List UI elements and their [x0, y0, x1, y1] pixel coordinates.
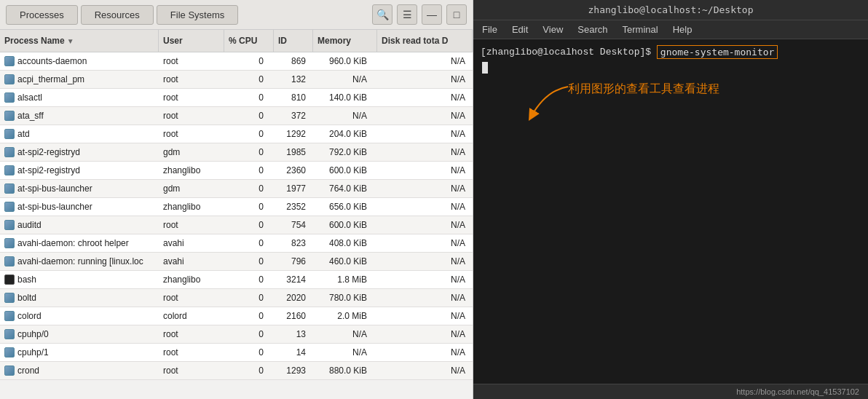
proc-memory: 792.0 KiB [313, 143, 377, 161]
proc-user: root [159, 125, 224, 143]
proc-disk: N/A [377, 162, 473, 179]
table-row[interactable]: avahi-daemon: chroot helper avahi 0 823 … [0, 234, 473, 253]
table-row[interactable]: crond root 0 1293 880.0 KiB N/A [0, 362, 473, 380]
proc-name: bash [0, 271, 159, 288]
gear-icon [4, 56, 15, 66]
proc-user: root [159, 52, 224, 70]
table-row[interactable]: acpi_thermal_pm root 0 132 N/A N/A [0, 71, 473, 89]
proc-user: zhanglibo [159, 198, 224, 216]
proc-disk: N/A [377, 253, 473, 270]
tab-filesystems[interactable]: File Systems [157, 5, 238, 25]
proc-cpu: 0 [224, 125, 274, 143]
gear-icon [4, 311, 15, 321]
table-row[interactable]: cpuhp/1 root 0 14 N/A N/A [0, 344, 473, 362]
proc-cpu: 0 [224, 289, 274, 307]
proc-memory: 656.0 KiB [313, 198, 377, 216]
proc-disk: N/A [377, 325, 473, 343]
table-row[interactable]: bash zhanglibo 0 3214 1.8 MiB N/A [0, 271, 473, 289]
col-user[interactable]: User [159, 30, 224, 52]
menu-icon[interactable]: ☰ [397, 4, 417, 25]
table-row[interactable]: atd root 0 1292 204.0 KiB N/A [0, 125, 473, 143]
proc-user: avahi [159, 234, 224, 252]
gear-icon [4, 111, 15, 121]
terminal-panel: zhanglibo@localhost:~/Desktop FileEditVi… [473, 0, 868, 399]
table-row[interactable]: colord colord 0 2160 2.0 MiB N/A [0, 307, 473, 325]
proc-user: root [159, 89, 224, 106]
search-icon[interactable]: 🔍 [372, 4, 392, 25]
proc-name: at-spi-bus-launcher [0, 180, 159, 197]
proc-name: cpuhp/1 [0, 344, 159, 361]
table-row[interactable]: avahi-daemon: running [linux.loc avahi 0… [0, 253, 473, 271]
tab-processes[interactable]: Processes [6, 5, 78, 25]
proc-cpu: 0 [224, 107, 274, 125]
proc-name: ata_sff [0, 107, 159, 125]
minimize-icon[interactable]: — [422, 4, 442, 25]
proc-user: root [159, 325, 224, 343]
tab-resources[interactable]: Resources [81, 5, 154, 25]
table-row[interactable]: alsactl root 0 810 140.0 KiB N/A [0, 89, 473, 107]
proc-disk: N/A [377, 234, 473, 252]
menu-item-file[interactable]: File [479, 23, 500, 36]
proc-memory: 960.0 KiB [313, 52, 377, 70]
proc-disk: N/A [377, 271, 473, 288]
menu-item-view[interactable]: View [540, 23, 566, 36]
table-row[interactable]: cpuhp/0 root 0 13 N/A N/A [0, 325, 473, 344]
proc-user: gdm [159, 143, 224, 161]
proc-id: 869 [274, 52, 313, 70]
menu-item-help[interactable]: Help [670, 23, 695, 36]
proc-cpu: 0 [224, 307, 274, 325]
proc-id: 810 [274, 89, 313, 106]
system-monitor-panel: Processes Resources File Systems 🔍 ☰ — □… [0, 0, 473, 399]
proc-memory: 780.0 KiB [313, 289, 377, 307]
table-row[interactable]: auditd root 0 754 600.0 KiB N/A [0, 216, 473, 234]
proc-memory: 204.0 KiB [313, 125, 377, 143]
proc-disk: N/A [377, 216, 473, 234]
table-row[interactable]: at-spi2-registryd zhanglibo 0 2360 600.0… [0, 162, 473, 180]
proc-disk: N/A [377, 52, 473, 70]
gear-icon [4, 366, 15, 376]
proc-id: 1293 [274, 362, 313, 379]
proc-memory: 460.0 KiB [313, 253, 377, 270]
proc-memory: N/A [313, 325, 377, 343]
terminal-titlebar: zhanglibo@localhost:~/Desktop [473, 0, 868, 20]
proc-id: 754 [274, 216, 313, 234]
proc-user: root [159, 216, 224, 234]
gear-icon [4, 183, 15, 194]
proc-name: acpi_thermal_pm [0, 71, 159, 88]
menu-item-terminal[interactable]: Terminal [620, 23, 661, 36]
proc-cpu: 0 [224, 180, 274, 197]
proc-cpu: 0 [224, 89, 274, 106]
proc-user: root [159, 71, 224, 88]
proc-memory: 880.0 KiB [313, 362, 377, 379]
gear-icon [4, 347, 15, 357]
proc-cpu: 0 [224, 143, 274, 161]
proc-name: colord [0, 307, 159, 325]
annotation-text: 利用图形的查看工具查看进程 [568, 82, 719, 97]
proc-cpu: 0 [224, 71, 274, 88]
gear-icon [4, 256, 15, 266]
proc-cpu: 0 [224, 216, 274, 234]
proc-user: root [159, 289, 224, 307]
proc-id: 132 [274, 71, 313, 88]
gear-icon [4, 202, 15, 212]
table-row[interactable]: at-spi-bus-launcher gdm 0 1977 764.0 KiB… [0, 180, 473, 198]
table-row[interactable]: accounts-daemon root 0 869 960.0 KiB N/A [0, 52, 473, 71]
maximize-icon[interactable]: □ [446, 4, 467, 25]
proc-user: colord [159, 307, 224, 325]
proc-disk: N/A [377, 289, 473, 307]
terminal-body[interactable]: [zhanglibo@localhost Desktop]$ gnome-sys… [473, 39, 868, 384]
table-row[interactable]: ata_sff root 0 372 N/A N/A [0, 107, 473, 125]
col-name[interactable]: Process Name ▼ [0, 30, 159, 52]
table-row[interactable]: boltd root 0 2020 780.0 KiB N/A [0, 289, 473, 307]
menu-item-search[interactable]: Search [575, 23, 610, 36]
col-id[interactable]: ID [274, 30, 313, 52]
col-memory[interactable]: Memory [313, 30, 377, 52]
menu-item-edit[interactable]: Edit [509, 23, 531, 36]
table-row[interactable]: at-spi-bus-launcher zhanglibo 0 2352 656… [0, 198, 473, 216]
col-cpu[interactable]: % CPU [224, 30, 274, 52]
col-disk[interactable]: Disk read tota D [377, 30, 473, 52]
process-table: accounts-daemon root 0 869 960.0 KiB N/A… [0, 52, 473, 399]
proc-user: zhanglibo [159, 271, 224, 288]
table-row[interactable]: at-spi2-registryd gdm 0 1985 792.0 KiB N… [0, 143, 473, 162]
proc-memory: 600.0 KiB [313, 216, 377, 234]
